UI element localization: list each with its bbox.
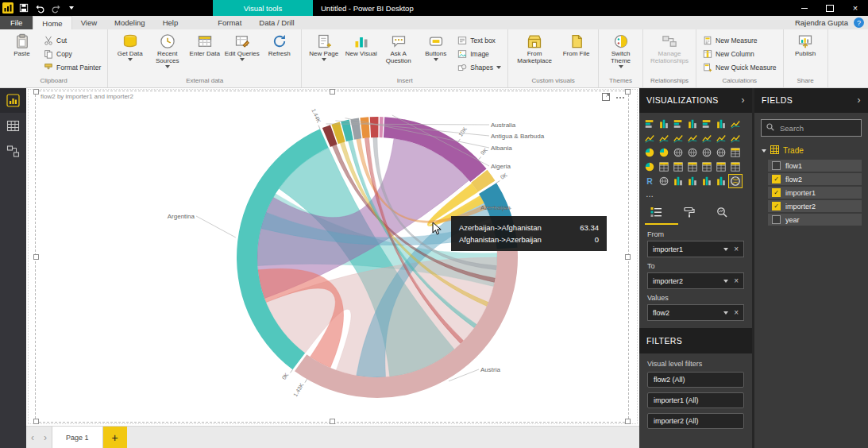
visual-type-custom-visual-3[interactable] — [700, 175, 713, 187]
format-painter-button[interactable]: Format Painter — [41, 61, 103, 74]
text-box-button[interactable]: Text box — [455, 34, 503, 47]
field-checkbox[interactable] — [772, 161, 781, 170]
cut-button[interactable]: Cut — [41, 34, 103, 47]
collapse-chevron-icon[interactable]: › — [742, 95, 745, 106]
tab-modeling[interactable]: Modeling — [106, 16, 154, 29]
report-canvas[interactable]: flow2 by importer1 and importer2 1.44K10… — [26, 87, 639, 426]
table-row-trade[interactable]: Trade — [754, 142, 868, 158]
visual-type-funnel[interactable] — [729, 146, 742, 159]
visual-type-card[interactable] — [658, 160, 670, 173]
tab-view[interactable]: View — [72, 16, 106, 29]
paste-button[interactable]: Paste — [4, 32, 40, 57]
chord-diagram[interactable]: 1.44K10K9K0K1.43K0KAustraliaAntigua & Ba… — [36, 91, 627, 419]
help-icon[interactable]: ? — [854, 17, 864, 28]
visual-type-matrix[interactable] — [729, 160, 742, 173]
field-checkbox[interactable]: ✓ — [772, 175, 781, 183]
search-input[interactable] — [778, 123, 856, 133]
visual-type-100-stacked-bar-chart[interactable] — [700, 118, 713, 130]
collapse-chevron-icon[interactable]: › — [858, 95, 861, 106]
redo-icon[interactable] — [48, 0, 64, 16]
remove-field-icon[interactable]: × — [734, 277, 739, 285]
filter-importer1[interactable]: importer1 (All) — [647, 392, 744, 408]
maximize-button[interactable] — [817, 0, 843, 16]
dropdown-caret-icon[interactable] — [723, 311, 728, 315]
new-column-button[interactable]: New Column — [700, 48, 779, 60]
manage-relationships-button[interactable]: Manage Relationships — [647, 32, 692, 64]
visual-type-slicer[interactable] — [700, 160, 713, 173]
new-quick-measure-button[interactable]: New Quick Measure — [700, 61, 779, 74]
filter-importer2[interactable]: importer2 (All) — [647, 413, 744, 429]
recent-sources-button[interactable]: Recent Sources — [149, 32, 185, 68]
edit-queries-button[interactable]: Edit Queries — [224, 32, 260, 61]
field-row-importer1[interactable]: ✓importer1 — [768, 187, 862, 199]
fields-search-box[interactable] — [761, 119, 862, 137]
visual-type-pie-chart[interactable] — [643, 146, 656, 159]
from-marketplace-button[interactable]: From Marketplace — [512, 32, 557, 64]
tab-format[interactable]: Format — [209, 16, 250, 29]
well-values-field[interactable]: flow2 × — [647, 304, 744, 321]
analytics-pane-tab[interactable] — [716, 207, 727, 219]
field-row-flow1[interactable]: flow1 — [768, 160, 862, 172]
field-row-year[interactable]: year — [768, 214, 862, 226]
next-page-arrow-icon[interactable]: › — [39, 427, 52, 448]
new-page-button[interactable]: New Page — [306, 32, 341, 61]
tab-help[interactable]: Help — [154, 16, 187, 29]
visual-type-100-stacked-column-chart[interactable] — [715, 118, 727, 130]
visual-type-gauge[interactable] — [643, 160, 656, 173]
visual-type-kpi[interactable] — [686, 160, 699, 173]
resize-handle[interactable] — [33, 419, 39, 424]
visual-type-map[interactable] — [686, 146, 699, 159]
refresh-button[interactable]: Refresh — [261, 32, 297, 57]
visual-type-custom-visual-4[interactable] — [715, 175, 727, 187]
field-row-importer2[interactable]: ✓importer2 — [768, 200, 862, 212]
signed-in-user[interactable]: Rajendra Gupta — [795, 18, 848, 27]
visual-type-chord-visual[interactable] — [729, 175, 742, 187]
visual-type-stacked-area-chart[interactable] — [658, 132, 670, 145]
from-file-button[interactable]: From File — [558, 32, 594, 57]
visual-type-stacked-column-chart[interactable] — [658, 118, 670, 130]
visual-type-custom-visual-1[interactable] — [672, 175, 685, 187]
quick-access-options-caret-icon[interactable] — [64, 0, 79, 16]
visual-type-scatter-chart[interactable] — [729, 132, 742, 145]
new-measure-button[interactable]: New Measure — [700, 34, 779, 47]
tab-data-drill[interactable]: Data / Drill — [250, 16, 303, 29]
get-data-button[interactable]: Get Data — [112, 32, 148, 61]
save-icon[interactable] — [16, 0, 32, 16]
remove-field-icon[interactable]: × — [734, 245, 739, 253]
visual-type-r-script-visual[interactable]: R — [643, 175, 656, 187]
tab-home[interactable]: Home — [33, 16, 71, 29]
well-to-field[interactable]: importer2 × — [647, 272, 744, 289]
buttons-button[interactable]: Buttons — [418, 32, 453, 61]
more-visuals-ellipsis[interactable]: … — [639, 189, 752, 201]
fields-header[interactable]: FIELDS › — [754, 87, 868, 113]
field-row-flow2[interactable]: ✓flow2 — [768, 173, 862, 185]
enter-data-button[interactable]: Enter Data — [187, 32, 222, 57]
visual-type-line-and-stacked-column-chart[interactable] — [672, 132, 685, 145]
filter-flow2[interactable]: flow2 (All) — [647, 372, 744, 388]
format-pane-tab[interactable] — [684, 207, 695, 219]
undo-icon[interactable] — [32, 0, 48, 16]
publish-button[interactable]: Publish — [788, 32, 824, 57]
expand-collapse-icon[interactable] — [762, 149, 766, 153]
remove-field-icon[interactable]: × — [734, 309, 739, 317]
resize-handle[interactable] — [625, 419, 631, 424]
ask-a-question-button[interactable]: Ask A Question — [380, 32, 416, 64]
minimize-button[interactable] — [792, 0, 817, 16]
dropdown-caret-icon[interactable] — [723, 248, 728, 251]
visual-type-area-chart[interactable] — [643, 132, 656, 145]
new-visual-button[interactable]: New Visual — [343, 32, 379, 57]
dropdown-caret-icon[interactable] — [723, 280, 728, 283]
visual-type-multi-row-card[interactable] — [672, 160, 685, 173]
chord-visual-container[interactable]: flow2 by importer1 and importer2 1.44K10… — [35, 91, 629, 423]
close-button[interactable]: × — [843, 0, 868, 16]
visual-type-custom-visual-2[interactable] — [686, 175, 699, 187]
new-page-tab-button[interactable]: + — [103, 427, 127, 448]
fields-pane-tab[interactable] — [650, 207, 662, 219]
visual-type-shape-map[interactable] — [715, 146, 727, 159]
field-checkbox[interactable]: ✓ — [772, 188, 781, 197]
page-tab[interactable]: Page 1 — [52, 427, 103, 448]
well-from-field[interactable]: importer1 × — [647, 241, 744, 257]
visual-type-filled-map[interactable] — [700, 146, 713, 159]
tab-file[interactable]: File — [0, 16, 33, 29]
visual-type-stacked-bar-chart[interactable] — [643, 118, 656, 130]
